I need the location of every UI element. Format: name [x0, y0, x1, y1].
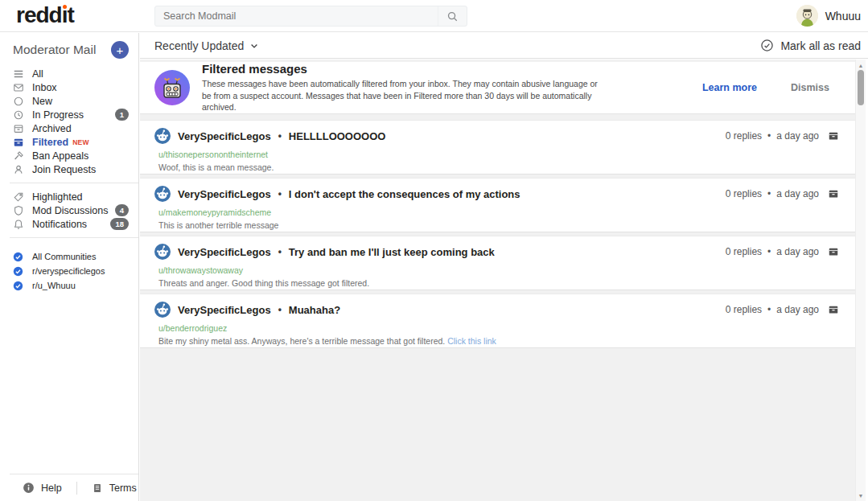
- check-circle-icon[interactable]: [13, 251, 24, 262]
- message-preview: This is another terrible message: [158, 220, 839, 230]
- archive-action-icon[interactable]: [828, 130, 839, 142]
- new-conversation-button[interactable]: +: [111, 41, 129, 59]
- message-preview: Bite my shiny metal ass. Anyways, here's…: [158, 336, 839, 346]
- reply-count: 0 replies: [726, 246, 762, 257]
- message-author-link[interactable]: u/makemoneypyramidscheme: [158, 207, 839, 217]
- message-preview: Woof, this is a mean message.: [158, 162, 839, 172]
- scroll-up-arrow[interactable]: ▲: [856, 60, 866, 70]
- archive-action-icon[interactable]: [828, 304, 839, 315]
- community-filter-all[interactable]: All Communities: [0, 249, 138, 264]
- search-button[interactable]: [438, 6, 467, 26]
- community-filter-u-whuuu[interactable]: r/u_Whuuu: [0, 278, 138, 293]
- scroll-down-arrow[interactable]: ▼: [856, 491, 866, 500]
- learn-more-button[interactable]: Learn more: [702, 82, 757, 93]
- message-subject: Muahaha?: [289, 304, 340, 316]
- sidebar-item-ban-appeals[interactable]: Ban Appeals: [0, 149, 138, 162]
- banner-description: These messages have been automatically f…: [202, 78, 598, 113]
- bell-icon: [13, 219, 24, 230]
- sort-dropdown[interactable]: Recently Updated: [154, 39, 259, 52]
- message-time: a day ago: [776, 304, 819, 315]
- help-label: Help: [41, 483, 62, 494]
- archive-action-icon[interactable]: [828, 246, 839, 257]
- sidebar-item-all[interactable]: All: [0, 67, 138, 80]
- sidebar-item-highlighted[interactable]: Highlighted: [0, 190, 138, 203]
- message-author-link[interactable]: u/thisonepersonontheinternet: [158, 150, 839, 159]
- sidebar-title: Moderator Mail: [13, 43, 111, 57]
- message-time: a day ago: [776, 246, 819, 257]
- sidebar-item-notifications[interactable]: Notifications 18: [0, 217, 138, 231]
- message-link[interactable]: Click this link: [447, 336, 496, 346]
- main-content: Recently Updated Mark all as read: [140, 33, 868, 501]
- terms-label: Terms: [109, 483, 137, 494]
- dismiss-button[interactable]: Dismiss: [791, 82, 829, 93]
- username-label: Whuuu: [825, 10, 861, 23]
- footer-separator: [76, 482, 77, 495]
- community-name: VerySpecificLegos: [178, 246, 271, 258]
- sort-label: Recently Updated: [154, 39, 244, 52]
- message-author-link[interactable]: u/benderrodriguez: [158, 323, 839, 333]
- message-row[interactable]: VerySpecificLegos • HELLLLOOOOOOO 0 repl…: [140, 120, 855, 175]
- person-icon: [13, 164, 24, 175]
- vertical-scrollbar[interactable]: ▲ ▼: [855, 60, 866, 501]
- help-link[interactable]: Help: [23, 482, 62, 494]
- message-row[interactable]: VerySpecificLegos • Muahaha? 0 replies •…: [140, 294, 855, 348]
- community-name: VerySpecificLegos: [178, 130, 271, 142]
- message-subject: Try and ban me I'll just keep coming bac…: [289, 246, 495, 258]
- sidebar-footer: Help Terms: [0, 474, 138, 501]
- mod-discussions-badge: 4: [115, 204, 129, 216]
- reddit-logo[interactable]: reddıt: [16, 2, 74, 28]
- community-filter-veryspecificlegos[interactable]: r/veryspecificlegos: [0, 264, 138, 278]
- top-header: reddıt Whuuu: [0, 0, 868, 32]
- search-input[interactable]: [155, 10, 438, 22]
- scrollbar-thumb[interactable]: [858, 70, 864, 105]
- archive-icon: [13, 123, 24, 134]
- message-preview: Threats and anger. Good thing this messa…: [158, 278, 839, 288]
- check-circle-icon[interactable]: [13, 280, 24, 291]
- reply-count: 0 replies: [726, 304, 762, 315]
- archive-action-icon[interactable]: [828, 188, 839, 199]
- list-toolbar: Recently Updated Mark all as read: [140, 33, 868, 59]
- list-icon: [13, 68, 24, 80]
- shield-icon: [13, 205, 24, 216]
- sidebar-item-join-requests[interactable]: Join Requests: [0, 162, 138, 176]
- message-author-link[interactable]: u/throwawaystowaway: [158, 265, 839, 275]
- message-time: a day ago: [776, 130, 819, 142]
- user-avatar: [796, 5, 818, 27]
- reply-count: 0 replies: [726, 130, 762, 142]
- filtered-info-banner: Filtered messages These messages have be…: [140, 62, 855, 114]
- archive-filled-icon: [13, 137, 24, 148]
- check-circle-icon[interactable]: [13, 265, 24, 277]
- sidebar-item-mod-discussions[interactable]: Mod Discussions 4: [0, 203, 138, 217]
- clock-icon: [13, 109, 24, 121]
- robot-icon: [154, 70, 190, 105]
- search-bar[interactable]: [154, 6, 467, 27]
- sidebar: Moderator Mail + All Inbox New In Progre…: [0, 33, 139, 501]
- mark-all-read-button[interactable]: Mark all as read: [760, 39, 861, 52]
- message-list: Filtered messages These messages have be…: [140, 60, 855, 501]
- sidebar-item-archived[interactable]: Archived: [0, 121, 138, 135]
- logo-orange-dot: [63, 5, 67, 9]
- logo-text: redd: [16, 2, 62, 27]
- message-subject: I don't accept the consequences of my ac…: [289, 188, 520, 200]
- community-name: VerySpecificLegos: [178, 304, 271, 316]
- sidebar-item-in-progress[interactable]: In Progress 1: [0, 108, 138, 121]
- mark-all-read-label: Mark all as read: [780, 39, 861, 52]
- notifications-badge: 18: [110, 218, 129, 230]
- terms-link[interactable]: Terms: [92, 483, 137, 494]
- sidebar-item-new[interactable]: New: [0, 94, 138, 108]
- community-name: VerySpecificLegos: [178, 188, 271, 200]
- subreddit-avatar: [154, 186, 171, 202]
- sidebar-item-inbox[interactable]: Inbox: [0, 80, 138, 94]
- message-row[interactable]: VerySpecificLegos • Try and ban me I'll …: [140, 236, 855, 290]
- subreddit-avatar: [154, 128, 171, 144]
- message-row[interactable]: VerySpecificLegos • I don't accept the c…: [140, 178, 855, 232]
- info-icon: [23, 482, 35, 494]
- sidebar-divider: [10, 183, 138, 183]
- gavel-icon: [13, 150, 24, 162]
- check-circle-outline-icon: [760, 39, 774, 52]
- sidebar-item-filtered[interactable]: Filtered NEW: [0, 135, 138, 149]
- reply-count: 0 replies: [726, 188, 762, 199]
- new-feature-tag: NEW: [72, 138, 89, 146]
- user-menu[interactable]: Whuuu: [796, 5, 861, 27]
- community-filter-list: All Communities r/veryspecificlegos r/u_…: [0, 249, 138, 293]
